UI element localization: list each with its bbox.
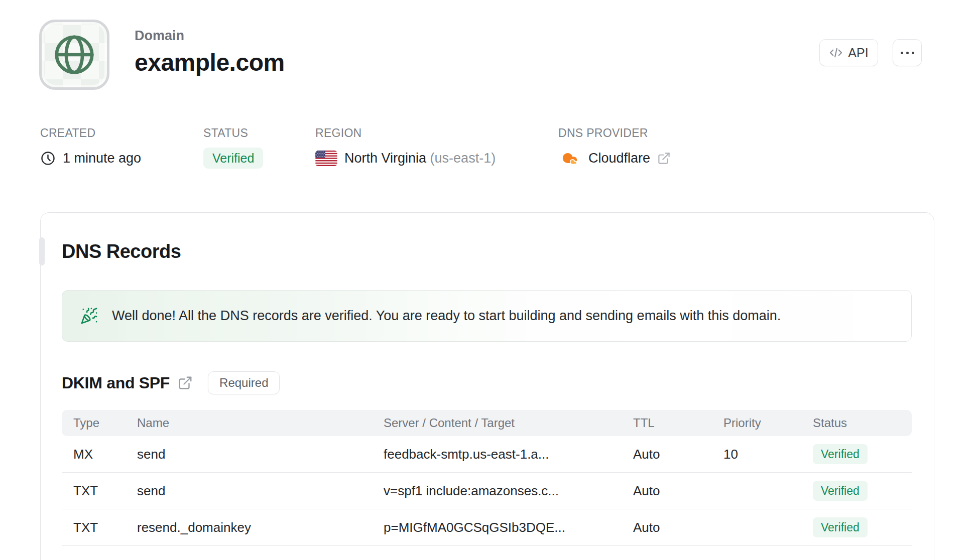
region-value: North Virginia (us-east-1) (344, 151, 496, 166)
dns-records-table: Type Name Server / Content / Target TTL … (62, 410, 912, 546)
domain-avatar (39, 20, 109, 90)
cell-type: MX (62, 447, 137, 462)
dkim-spf-heading: DKIM and SPF (62, 374, 170, 392)
clock-icon (40, 151, 56, 166)
table-row: TXT send v=spf1 include:amazonses.c... A… (62, 473, 912, 509)
cell-ttl: Auto (633, 483, 723, 499)
status-badge: Verified (813, 517, 868, 537)
cell-type: TXT (62, 483, 137, 499)
col-header-content: Server / Content / Target (384, 416, 633, 430)
dns-records-heading: DNS Records (62, 241, 181, 262)
cloudflare-icon (558, 150, 581, 167)
code-icon (829, 46, 843, 60)
created-value: 1 minute ago (63, 151, 141, 166)
status-badge: Verified (813, 444, 868, 464)
dkim-docs-link[interactable] (178, 375, 193, 390)
page-title: example.com (135, 51, 285, 75)
region-code: (us-east-1) (430, 151, 496, 166)
ellipsis-icon (901, 52, 914, 54)
cell-name: send (137, 447, 384, 462)
col-header-name: Name (137, 416, 384, 430)
page-kicker: Domain (135, 29, 285, 43)
table-header-row: Type Name Server / Content / Target TTL … (62, 410, 912, 436)
banner-message: Well done! All the DNS records are verif… (112, 308, 781, 324)
cell-ttl: Auto (633, 447, 723, 462)
status-label: STATUS (203, 126, 263, 140)
dns-provider-value: Cloudflare (588, 151, 650, 166)
table-row: MX send feedback-smtp.us-east-1.a... Aut… (62, 436, 912, 473)
status-badge: Verified (203, 148, 263, 169)
created-label: CREATED (40, 126, 141, 140)
cell-type: TXT (62, 520, 137, 535)
domain-detail-page: Domain example.com API CREATED 1 minute … (0, 0, 976, 560)
cell-content: v=spf1 include:amazonses.c... (384, 483, 633, 499)
col-header-priority: Priority (723, 416, 813, 430)
dns-provider-label: DNS PROVIDER (558, 126, 671, 140)
success-banner: Well done! All the DNS records are verif… (62, 290, 912, 342)
meta-status: STATUS Verified (203, 126, 263, 169)
meta-dns-provider: DNS PROVIDER Cloudflare (558, 126, 671, 169)
col-header-ttl: TTL (633, 416, 723, 430)
cell-status: Verified (813, 444, 912, 464)
card-notch (39, 237, 45, 265)
region-name: North Virginia (344, 151, 426, 166)
region-label: REGION (315, 126, 496, 140)
us-flag-icon (315, 151, 337, 166)
cell-status: Verified (813, 481, 912, 501)
cell-ttl: Auto (633, 520, 723, 535)
cell-priority: 10 (723, 447, 813, 462)
dns-records-card: DNS Records Well done! All the DNS recor… (40, 212, 934, 560)
col-header-status: Status (813, 416, 912, 430)
col-header-type: Type (62, 416, 137, 430)
required-badge: Required (208, 371, 280, 394)
cell-name: resend._domainkey (137, 520, 384, 535)
api-button[interactable]: API (819, 39, 878, 66)
table-row: TXT resend._domainkey p=MIGfMA0GCSqGSIb3… (62, 509, 912, 546)
external-link-icon[interactable] (657, 152, 671, 165)
cell-content: p=MIGfMA0GCSqGSIb3DQE... (384, 520, 633, 535)
more-button[interactable] (893, 39, 922, 66)
status-badge: Verified (813, 481, 868, 501)
cell-name: send (137, 483, 384, 499)
cell-status: Verified (813, 517, 912, 537)
dkim-spf-section-header: DKIM and SPF Required (62, 371, 280, 395)
external-link-icon (178, 375, 193, 390)
meta-region: REGION (315, 126, 496, 169)
meta-created: CREATED 1 minute ago (40, 126, 141, 169)
globe-icon (51, 31, 98, 78)
cell-content: feedback-smtp.us-east-1.a... (384, 447, 633, 462)
api-button-label: API (848, 46, 868, 60)
party-popper-icon (80, 307, 98, 325)
